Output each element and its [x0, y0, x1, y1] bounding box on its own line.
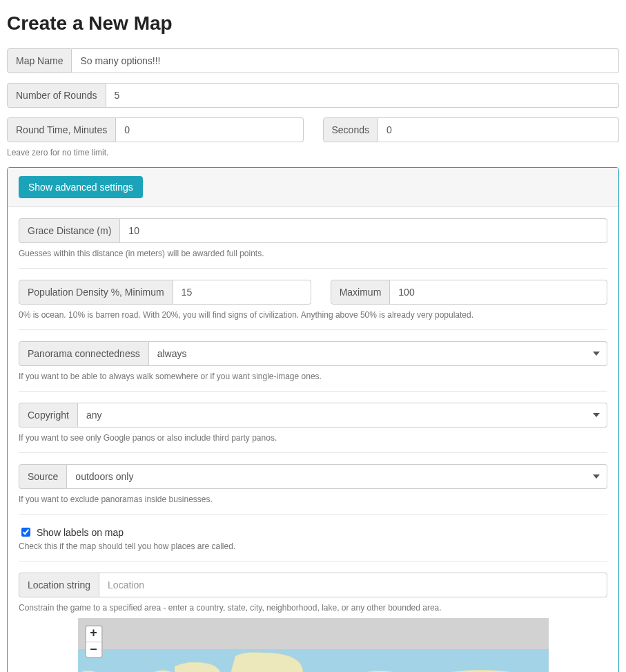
copyright-help: If you want to see only Google panos or … — [19, 433, 607, 443]
location-group: Location string — [19, 573, 607, 597]
show-advanced-button[interactable]: Show advanced settings — [19, 176, 143, 198]
round-time-seconds-input[interactable] — [378, 117, 619, 142]
advanced-header: Show advanced settings — [8, 168, 618, 207]
rounds-label: Number of Rounds — [7, 83, 106, 108]
rounds-input[interactable] — [106, 83, 619, 108]
map-name-label: Map Name — [7, 48, 72, 73]
page-title: Create a New Map — [7, 12, 619, 35]
round-time-minutes-label: Round Time, Minutes — [7, 117, 116, 142]
location-label: Location string — [19, 573, 99, 597]
show-labels-help: Check this if the map should tell you ho… — [19, 541, 607, 551]
connectedness-help: If you want to be able to always walk so… — [19, 372, 607, 381]
density-min-label: Population Density %, Minimum — [19, 280, 173, 305]
connectedness-label: Panorama connectedness — [19, 341, 149, 366]
show-labels-checkbox[interactable] — [21, 528, 30, 537]
grace-input[interactable] — [120, 218, 607, 243]
round-time-seconds-label: Seconds — [323, 117, 378, 142]
grace-label: Grace Distance (m) — [19, 218, 120, 243]
zoom-out-button[interactable]: – — [86, 642, 101, 657]
source-group: Source outdoors only — [19, 464, 607, 489]
rounds-group: Number of Rounds — [7, 83, 619, 108]
source-help: If you want to exclude panoramas inside … — [19, 495, 607, 504]
map-name-input[interactable] — [72, 48, 619, 73]
show-labels-row[interactable]: Show labels on map — [19, 526, 607, 539]
density-max-input[interactable] — [390, 280, 607, 305]
copyright-label: Copyright — [19, 403, 78, 428]
map-landmass-icon — [78, 618, 549, 672]
connectedness-select[interactable]: always — [149, 341, 607, 366]
source-label: Source — [19, 464, 67, 489]
zoom-in-button[interactable]: + — [86, 626, 101, 642]
show-labels-label: Show labels on map — [37, 527, 124, 538]
round-time-row: Round Time, Minutes Seconds — [7, 117, 619, 142]
density-max-label: Maximum — [331, 280, 391, 305]
map-name-group: Map Name — [7, 48, 619, 73]
copyright-group: Copyright any — [19, 403, 607, 428]
location-input[interactable] — [99, 573, 607, 597]
map-canvas[interactable]: + – — [78, 618, 549, 672]
copyright-select[interactable]: any — [78, 403, 607, 428]
advanced-panel: Show advanced settings Grace Distance (m… — [7, 167, 619, 672]
grace-help: Guesses within this distance (in meters)… — [19, 249, 607, 258]
source-select[interactable]: outdoors only — [67, 464, 607, 489]
round-time-minutes-input[interactable] — [116, 117, 303, 142]
round-time-help: Leave zero for no time limit. — [7, 148, 619, 157]
density-help: 0% is ocean. 10% is barren road. With 20… — [19, 310, 607, 320]
advanced-body: Grace Distance (m) Guesses within this d… — [8, 207, 618, 672]
zoom-control: + – — [85, 625, 103, 658]
grace-group: Grace Distance (m) — [19, 218, 607, 243]
connectedness-group: Panorama connectedness always — [19, 341, 607, 366]
location-help: Constrain the game to a specified area -… — [19, 603, 607, 613]
density-min-input[interactable] — [173, 280, 311, 305]
density-row: Population Density %, Minimum Maximum — [19, 280, 607, 305]
